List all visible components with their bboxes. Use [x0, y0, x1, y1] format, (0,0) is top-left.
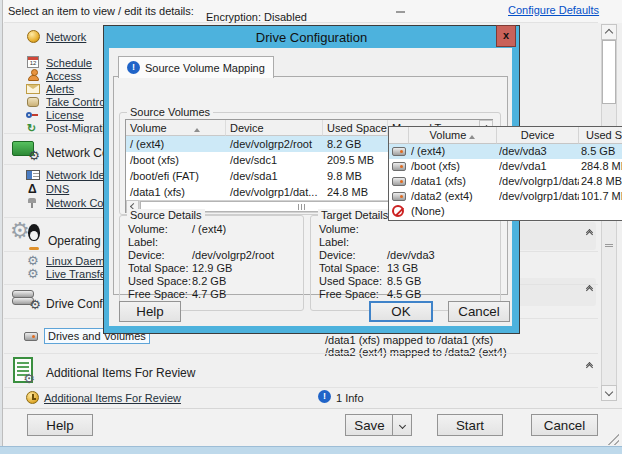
application-window: Select an item to view / edit its detail…: [0, 0, 622, 454]
dropdown-item-none[interactable]: (None): [389, 204, 622, 219]
dropdown-item[interactable]: / (ext4) /dev/vda3 8.5 GB: [389, 144, 622, 159]
column-header-device[interactable]: Device: [226, 120, 323, 136]
network-icon: [27, 30, 40, 43]
source-details-group: Source Details Volume: / (ext4) Label: D…: [119, 215, 304, 311]
dialog-cancel-button[interactable]: Cancel: [448, 301, 510, 322]
help-button[interactable]: Help: [27, 414, 93, 436]
column-header-used-space[interactable]: Used Space: [323, 120, 388, 136]
start-button[interactable]: Start: [437, 414, 503, 436]
dialog-ok-button[interactable]: OK: [369, 301, 433, 322]
detail-value: 4.5 GB: [387, 288, 421, 301]
sort-ascending-icon: [194, 128, 200, 132]
sidebar-item-alerts[interactable]: Alerts: [46, 83, 74, 95]
tab-source-volume-mapping[interactable]: ! Source Volume Mapping: [118, 56, 274, 78]
detail-value: 4.7 GB: [192, 288, 226, 301]
tab-label: Source Volume Mapping: [145, 62, 265, 74]
sidebar-item-take-control[interactable]: Take Control: [46, 96, 108, 108]
collapsed-indicator: [396, 11, 405, 13]
cell-used-space: 209.5 MB: [323, 152, 388, 168]
info-count-badge: 1 Info: [336, 392, 364, 404]
take-control-icon: [27, 97, 39, 107]
live-transfer-icon: ⚙: [27, 267, 39, 280]
section-additional-items[interactable]: Additional Items For Review: [46, 366, 195, 380]
cell-device: /dev/sda1: [226, 168, 323, 184]
close-icon[interactable]: x: [496, 25, 516, 47]
detail-label: Total Space:: [319, 262, 380, 275]
dropdown-item[interactable]: /boot (xfs) /dev/vda1 284.8 MB: [389, 159, 622, 174]
divider: [4, 353, 598, 354]
dropdown-used: 24.8 MB: [581, 174, 622, 189]
volume-icon: [392, 147, 406, 156]
license-icon: [26, 111, 39, 120]
sort-ascending-icon: [469, 135, 475, 139]
mapping-summary-line: /data1 (xfs) mapped to /data1 (xfs): [325, 334, 493, 346]
dropdown-header-used[interactable]: Used S: [579, 127, 622, 144]
detail-value: 8.5 GB: [387, 275, 421, 288]
sidebar-item-license[interactable]: License: [46, 109, 84, 121]
encryption-status: Encryption: Disabled: [206, 11, 307, 23]
detail-value: / (ext4): [192, 223, 226, 236]
dns-icon: Δ: [28, 183, 37, 195]
divider: [4, 387, 598, 388]
dropdown-header-device[interactable]: Device: [497, 127, 579, 144]
sidebar-item-dns[interactable]: DNS: [46, 183, 69, 195]
detail-value: /dev/volgrp2/root: [192, 249, 274, 262]
configure-defaults-link[interactable]: Configure Defaults: [508, 4, 599, 16]
info-icon: !: [318, 390, 331, 403]
drives-and-volumes-icon: [24, 332, 38, 341]
detail-label: Used Space:: [128, 275, 191, 288]
cell-volume: /boot (xfs): [126, 152, 226, 168]
dropdown-volume: (None): [411, 204, 495, 219]
page-instruction: Select an item to view / edit its detail…: [8, 5, 194, 17]
cancel-button[interactable]: Cancel: [531, 414, 598, 436]
dropdown-volume: /data1 (xfs): [411, 174, 495, 189]
column-header-volume[interactable]: Volume: [126, 120, 226, 136]
cell-volume: / (ext4): [126, 136, 226, 152]
dropdown-volume: /data2 (ext4): [411, 189, 495, 204]
cell-used-space: 24.8 MB: [323, 184, 388, 200]
dropdown-used: 101.7 MB: [581, 189, 622, 204]
dropdown-header-volume[interactable]: Volume: [409, 127, 497, 144]
dropdown-used: 8.5 GB: [581, 144, 622, 159]
sidebar-item-additional-items-review[interactable]: Additional Items For Review: [44, 392, 181, 404]
dropdown-device: /dev/vda3: [499, 144, 579, 159]
dialog-help-button[interactable]: Help: [119, 301, 181, 322]
scroll-down-button[interactable]: [601, 385, 617, 401]
cell-device: /dev/sdc1: [226, 152, 323, 168]
cell-volume: /boot/efi (FAT): [126, 168, 226, 184]
additional-items-icon: ⚙: [13, 357, 33, 383]
detail-label: Used Space:: [319, 275, 382, 288]
collapse-section-icon[interactable]: [582, 226, 596, 240]
detail-value: /dev/vda3: [387, 249, 435, 262]
network-configuration-icon: ⚙: [12, 139, 38, 159]
main-scrollbar-thumb[interactable]: [602, 40, 616, 104]
detail-value: 12.9 GB: [192, 262, 232, 275]
mapping-summary-line: /data2 (ext4) mapped to /data2 (ext4): [325, 346, 507, 358]
cell-used-space: 8.2 GB: [323, 136, 388, 152]
network-identity-icon: [26, 170, 40, 180]
target-details-group: Target Details Volume: Label: Device: /d…: [310, 215, 501, 311]
sidebar-item-network[interactable]: Network: [46, 31, 86, 43]
scroll-up-button[interactable]: [601, 24, 617, 40]
access-icon: [27, 69, 40, 81]
operating-system-icon: ⚙: [12, 222, 42, 250]
detail-label: Label:: [128, 236, 158, 249]
source-volumes-group-label: Source Volumes: [127, 106, 213, 118]
sidebar-item-access[interactable]: Access: [46, 70, 81, 82]
dropdown-item[interactable]: /data2 (ext4) /dev/volgrp1/data 101.7 MB: [389, 189, 622, 204]
dialog-title: Drive Configuration: [104, 27, 519, 48]
scrollbar-grip[interactable]: [605, 244, 613, 249]
collapse-section-icon[interactable]: [582, 359, 596, 373]
detail-label: Free Space:: [319, 288, 379, 301]
table-hscrollbar-grip[interactable]: [298, 204, 305, 210]
additional-items-clock-icon: [26, 391, 39, 404]
dropdown-item[interactable]: /data1 (xfs) /dev/volgrp1/data 24.8 MB: [389, 174, 622, 189]
dropdown-device: /dev/volgrp1/data: [499, 174, 579, 189]
sidebar-item-schedule[interactable]: Schedule: [46, 57, 92, 69]
tab-info-icon: !: [127, 61, 140, 74]
cell-device: /dev/volgrp2/root: [226, 136, 323, 152]
save-dropdown-button[interactable]: [392, 414, 412, 436]
window-left-edge: [0, 0, 3, 454]
save-button[interactable]: Save: [345, 414, 393, 436]
dropdown-device: /dev/vda1: [499, 159, 579, 174]
